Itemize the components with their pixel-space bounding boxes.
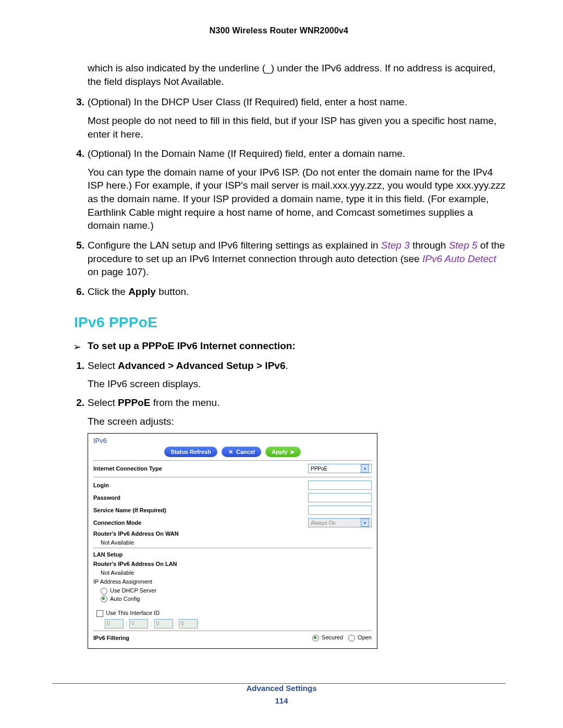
p1-path: Advanced > Advanced Setup > IPv6 [118, 360, 285, 371]
label-connection-mode: Connection Mode [93, 520, 141, 526]
screenshot-title: IPv6 [93, 437, 372, 445]
row-ipv6-filtering: IPv6 Filtering Secured Open [93, 631, 372, 643]
radio-open[interactable]: Open [348, 634, 372, 641]
row-connection-mode: Connection Mode Always On ▾ [93, 516, 372, 529]
link-step5[interactable]: Step 5 [449, 240, 478, 251]
row-wan-address: Router's IPv6 Address On WAN [93, 529, 372, 538]
select-connection-type[interactable]: PPPoE ▾ [308, 464, 372, 473]
ipv6-filtering-options: Secured Open [312, 634, 372, 641]
embedded-screenshot: IPv6 Status Refresh ✕ Cancel Apply ▶ Int… [88, 433, 377, 648]
label-ipv6-filtering: IPv6 Filtering [93, 635, 129, 641]
chevron-down-icon: ▾ [361, 519, 369, 527]
p1-body: The IPv6 screen displays. [88, 377, 506, 391]
radio-icon [101, 588, 107, 595]
p2-body: The screen adjusts: [88, 415, 506, 428]
arrow-right-icon: ▶ [291, 449, 295, 454]
label-connection-type: Internet Connection Type [93, 465, 162, 472]
row-ip-assignment: IP Address Assignment [93, 577, 372, 586]
page-header: N300 Wireless Router WNR2000v4 [52, 26, 506, 35]
checkbox-use-interface-id[interactable]: Use This Interface ID [93, 610, 372, 617]
list-item-6: Click the Apply button. [74, 285, 506, 299]
status-refresh-button[interactable]: Status Refresh [164, 447, 217, 457]
row-lan-address: Router's IPv6 Address On LAN [93, 559, 372, 569]
row-service-name: Service Name (If Required) [93, 504, 372, 516]
label-password: Password [93, 495, 120, 501]
link-ipv6-auto-detect[interactable]: IPv6 Auto Detect [422, 253, 496, 264]
item-4-body: You can type the domain name of your IPv… [88, 166, 506, 232]
label-lan-address: Router's IPv6 Address On LAN [93, 561, 177, 567]
procedure-list: Select Advanced > Advanced Setup > IPv6.… [74, 359, 506, 428]
label-ip-assignment: IP Address Assignment [93, 578, 152, 585]
radio-checked-icon [312, 635, 319, 641]
radio-secured[interactable]: Secured [312, 634, 343, 641]
item-6-apply: Apply [128, 286, 156, 297]
row-lan-setup: LAN Setup [93, 548, 372, 559]
main-ordered-list: (Optional) In the DHCP User Class (If Re… [74, 95, 506, 298]
iid-field-4[interactable]: 0 [179, 619, 198, 628]
checkbox-icon [96, 610, 103, 617]
value-wan-address: Not Available [93, 539, 372, 546]
item-4-lead: (Optional) In the Domain Name (If Requir… [88, 148, 405, 159]
item-5-mid1: through [410, 240, 449, 251]
list-item-3: (Optional) In the DHCP User Class (If Re… [74, 95, 506, 141]
input-password[interactable] [308, 493, 372, 502]
iid-field-3[interactable]: 0 [154, 619, 173, 628]
radio-icon [348, 635, 355, 641]
apply-button[interactable]: Apply ▶ [265, 447, 301, 457]
value-lan-address: Not Available [93, 570, 372, 576]
list-item-4: (Optional) In the Domain Name (If Requir… [74, 147, 506, 232]
select-connection-mode[interactable]: Always On ▾ [308, 518, 372, 527]
proc-item-1: Select Advanced > Advanced Setup > IPv6.… [74, 359, 506, 391]
interface-id-group: 0 : 0 : 0 : 0 [105, 619, 372, 628]
p1-post: . [285, 360, 288, 371]
item-6-post: button. [156, 286, 189, 297]
input-login[interactable] [308, 480, 372, 490]
p2-post: from the menu. [150, 397, 219, 408]
item-6-pre: Click the [88, 286, 128, 297]
page-footer: Advanced Settings 114 [0, 682, 563, 707]
list-item-5: Configure the LAN setup and IPv6 filteri… [74, 239, 506, 279]
procedure-heading: To set up a PPPoE IPv6 Internet connecti… [74, 340, 506, 352]
proc-item-2: Select PPPoE from the menu. The screen a… [74, 396, 506, 428]
label-login: Login [93, 482, 109, 488]
row-login: Login [93, 477, 372, 491]
content-column: which is also indicated by the underline… [74, 61, 506, 649]
row-password: Password [93, 491, 372, 504]
link-step3[interactable]: Step 3 [381, 240, 410, 251]
p2-pppoe: PPPoE [118, 397, 150, 408]
radio-checked-icon [101, 596, 107, 602]
footer-page-number: 114 [0, 695, 563, 707]
item-3-body: Most people do not need to fill in this … [88, 114, 506, 141]
screenshot-toolbar: Status Refresh ✕ Cancel Apply ▶ [93, 447, 372, 457]
close-icon: ✕ [228, 449, 233, 455]
label-lan-setup: LAN Setup [93, 551, 123, 558]
label-wan-address: Router's IPv6 Address On WAN [93, 530, 179, 537]
input-service-name[interactable] [308, 505, 372, 515]
footer-section-title: Advanced Settings [246, 684, 316, 693]
p1-pre: Select [88, 360, 118, 371]
label-service-name: Service Name (If Required) [93, 507, 166, 513]
radio-auto-config[interactable]: Auto Config [93, 596, 372, 603]
item-5-post: on page 107). [88, 266, 149, 277]
item-5-pre: Configure the LAN setup and IPv6 filteri… [88, 240, 381, 251]
continued-paragraph: which is also indicated by the underline… [88, 61, 506, 88]
iid-field-1[interactable]: 0 [105, 619, 124, 628]
row-connection-type: Internet Connection Type PPPoE ▾ [93, 460, 372, 475]
cancel-button[interactable]: ✕ Cancel [222, 447, 261, 457]
p2-pre: Select [88, 397, 118, 408]
radio-use-dhcp[interactable]: Use DHCP Server [93, 587, 372, 595]
section-heading-ipv6-pppoe: IPv6 PPPoE [74, 314, 506, 331]
chevron-down-icon: ▾ [361, 464, 369, 473]
iid-field-2[interactable]: 0 [129, 619, 148, 628]
manual-page: N300 Wireless Router WNR2000v4 which is … [0, 0, 563, 728]
item-3-lead: (Optional) In the DHCP User Class (If Re… [88, 96, 407, 107]
